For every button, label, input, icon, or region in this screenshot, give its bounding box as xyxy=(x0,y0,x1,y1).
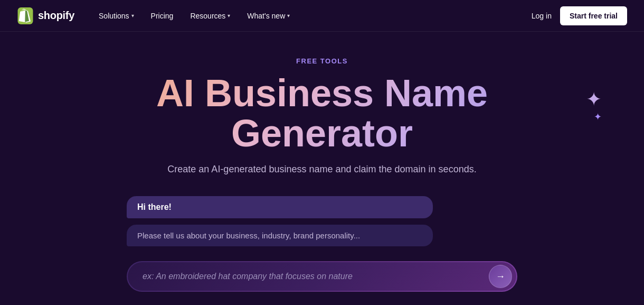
main-content: ✦ ✦ FREE TOOLS AI Business Name Generato… xyxy=(0,32,644,305)
start-trial-button[interactable]: Start free trial xyxy=(560,6,627,25)
sparkle-large-icon: ✦ xyxy=(586,90,602,109)
nav-resources[interactable]: Resources ▾ xyxy=(183,7,238,24)
input-container: → xyxy=(84,261,560,292)
arrow-right-icon: → xyxy=(496,271,505,282)
sparkle-decoration: ✦ ✦ xyxy=(586,90,602,123)
sparkle-small-icon: ✦ xyxy=(586,111,602,123)
business-description-input[interactable] xyxy=(143,264,489,289)
nav-pricing[interactable]: Pricing xyxy=(144,7,181,24)
resources-chevron-icon: ▾ xyxy=(228,13,230,19)
nav-actions: Log in Start free trial xyxy=(532,6,627,25)
nav-whats-new[interactable]: What's new ▾ xyxy=(240,7,297,24)
hero-subtitle: Create an AI-generated business name and… xyxy=(167,164,476,175)
shopify-logo-icon xyxy=(17,7,34,24)
whats-new-chevron-icon: ▾ xyxy=(287,13,290,19)
nav-links: Solutions ▾ Pricing Resources ▾ What's n… xyxy=(91,7,532,24)
hero-title: AI Business Name Generator xyxy=(84,73,560,153)
chat-container: Hi there! Please tell us about your busi… xyxy=(84,196,560,246)
chat-bubble-greeting: Hi there! xyxy=(127,196,433,218)
submit-button[interactable]: → xyxy=(489,265,512,288)
shopify-wordmark: shopify xyxy=(38,10,74,22)
input-wrapper: → xyxy=(127,261,517,292)
free-tools-label: FREE TOOLS xyxy=(296,57,348,65)
logo-link[interactable]: shopify xyxy=(17,7,74,24)
input-inner: → xyxy=(128,262,516,291)
login-link[interactable]: Log in xyxy=(532,12,552,20)
solutions-chevron-icon: ▾ xyxy=(131,13,134,19)
nav-solutions[interactable]: Solutions ▾ xyxy=(91,7,141,24)
main-nav: shopify Solutions ▾ Pricing Resources ▾ … xyxy=(0,0,644,32)
chat-bubble-prompt: Please tell us about your business, indu… xyxy=(127,225,433,246)
